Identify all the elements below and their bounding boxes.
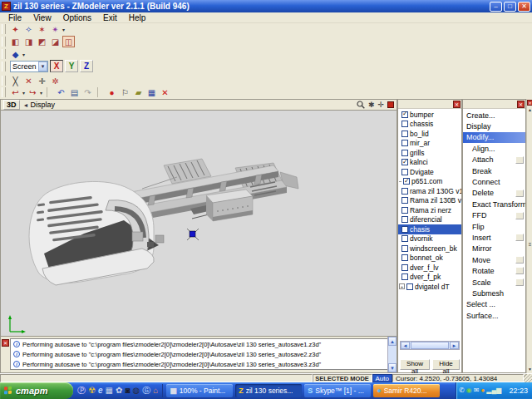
- taskbar-app-skype[interactable]: SSkype™ [1] - ...: [304, 384, 371, 397]
- node-checkbox[interactable]: [401, 188, 408, 195]
- resize-grip[interactable]: [524, 374, 532, 382]
- save-icon[interactable]: ▦: [145, 86, 158, 98]
- record-icon[interactable]: ●: [106, 86, 118, 98]
- select-mode-icon[interactable]: ✴: [49, 23, 62, 35]
- scene-node[interactable]: rama zil 130G v1: [398, 186, 461, 196]
- coord-system-select[interactable]: Screen ▾: [10, 61, 48, 72]
- select-tool-icon[interactable]: ✦: [9, 23, 22, 35]
- taskbar-app-paint[interactable]: ▦100% - Paint...: [166, 384, 233, 397]
- minimize-button[interactable]: –: [490, 2, 502, 12]
- viewport-type-button[interactable]: 3D: [3, 100, 20, 110]
- expand-icon[interactable]: [399, 283, 405, 289]
- show-all-button[interactable]: Show all: [400, 359, 430, 370]
- scroll-up-icon[interactable]: ▲: [388, 337, 397, 346]
- command-item[interactable]: Align...: [463, 143, 525, 154]
- command-option-box[interactable]: [515, 156, 524, 164]
- viewport-3d[interactable]: [0, 111, 397, 336]
- quicklaunch-8-icon[interactable]: Ⓖ: [142, 387, 150, 395]
- delete-icon[interactable]: ✕: [159, 86, 171, 98]
- command-item[interactable]: Exact Transform: [463, 199, 525, 209]
- command-option-box[interactable]: [515, 278, 524, 286]
- command-option-box[interactable]: [515, 212, 524, 219]
- tray-3-icon[interactable]: ✉: [474, 387, 480, 394]
- flag-icon[interactable]: ⚐: [119, 86, 131, 98]
- ie-icon[interactable]: e: [98, 387, 103, 395]
- scene-node[interactable]: dvigatel dT: [398, 282, 461, 292]
- scroll-thumb[interactable]: [411, 342, 449, 349]
- viewport-active-icon[interactable]: [387, 101, 394, 108]
- node-checkbox[interactable]: [401, 264, 408, 271]
- node-checkbox[interactable]: [401, 111, 408, 118]
- node-checkbox[interactable]: [401, 207, 408, 214]
- command-item[interactable]: Modify...: [463, 132, 525, 143]
- scene-node[interactable]: dver_f_lv: [398, 263, 461, 273]
- edges-level-icon[interactable]: ◨: [22, 36, 35, 47]
- tray-2-icon[interactable]: ◉: [466, 387, 472, 394]
- node-checkbox[interactable]: [401, 121, 408, 127]
- redo-icon[interactable]: ↷: [81, 86, 94, 98]
- scene-node[interactable]: grills: [398, 148, 461, 158]
- node-checkbox[interactable]: [401, 273, 408, 280]
- scene-node[interactable]: chasis: [398, 224, 461, 234]
- scene-node[interactable]: Dvigate: [398, 167, 461, 177]
- command-item[interactable]: Insert: [463, 232, 525, 243]
- axis-x-button[interactable]: X: [50, 60, 63, 72]
- node-checkbox[interactable]: [401, 131, 408, 137]
- log-scrollbar[interactable]: ▲ ▼: [387, 337, 397, 372]
- viewport-menu-arrow-icon[interactable]: ◄: [23, 102, 29, 108]
- polygons-level-icon[interactable]: ◩: [36, 36, 48, 47]
- command-item[interactable]: Break: [463, 165, 525, 176]
- node-checkbox[interactable]: [401, 254, 408, 261]
- command-item[interactable]: Display: [463, 121, 525, 131]
- command-item[interactable]: Submesh: [463, 288, 525, 298]
- snap-grid-icon[interactable]: ✛: [36, 75, 48, 86]
- command-option-box[interactable]: [515, 267, 524, 274]
- command-item[interactable]: Create...: [463, 110, 525, 121]
- command-option-box[interactable]: [515, 190, 524, 197]
- scroll-down-icon[interactable]: [527, 367, 532, 372]
- separator[interactable]: [47, 87, 52, 97]
- quicklaunch-2-icon[interactable]: ☢: [88, 387, 96, 395]
- node-checkbox[interactable]: [401, 235, 408, 242]
- quicklaunch-5-icon[interactable]: ✿: [116, 387, 122, 395]
- viewport-view-label[interactable]: Display: [30, 101, 55, 109]
- vertices-level-icon[interactable]: ◧: [9, 36, 22, 47]
- undo-icon[interactable]: ↶: [55, 86, 67, 98]
- command-item[interactable]: Surface...: [463, 310, 525, 321]
- scene-node[interactable]: Rama zi nerz: [398, 205, 461, 215]
- scroll-up-icon[interactable]: [527, 107, 532, 113]
- separator[interactable]: [97, 87, 102, 97]
- close-icon[interactable]: [517, 101, 525, 108]
- quicklaunch-9-icon[interactable]: ⌂: [153, 387, 158, 395]
- taskbar-app-chat[interactable]: ●Samir R420...: [373, 384, 440, 397]
- scroll-marker-icon[interactable]: [527, 242, 532, 247]
- scene-node[interactable]: bonnet_ok: [398, 254, 461, 264]
- 3d-model[interactable]: [1, 111, 397, 336]
- menu-item[interactable]: Options: [57, 13, 97, 22]
- node-checkbox[interactable]: [406, 283, 413, 290]
- node-checkbox[interactable]: [401, 245, 408, 252]
- zoom-icon[interactable]: [357, 101, 365, 109]
- gizmo-tool-icon[interactable]: ◆: [9, 48, 22, 60]
- mixed-level-icon[interactable]: ◫: [62, 36, 75, 47]
- node-checkbox[interactable]: [401, 159, 408, 165]
- close-icon[interactable]: [453, 101, 461, 108]
- close-icon[interactable]: [527, 100, 532, 106]
- scene-node[interactable]: chassis: [398, 120, 461, 130]
- command-item[interactable]: Rotate: [463, 265, 525, 276]
- quicklaunch-6-icon[interactable]: ◙: [125, 387, 130, 395]
- axes-icon[interactable]: ✛: [377, 101, 384, 109]
- scene-node[interactable]: dver_f_pk: [398, 273, 461, 283]
- node-checkbox[interactable]: [401, 226, 408, 233]
- signal-icon[interactable]: ▂▄▆: [486, 387, 501, 394]
- hide-all-button[interactable]: Hide all: [432, 359, 460, 370]
- command-item[interactable]: Delete: [463, 188, 525, 199]
- menu-item[interactable]: Exit: [97, 13, 123, 22]
- tray-1-icon[interactable]: ✆: [459, 387, 465, 394]
- scroll-down-icon[interactable]: ▼: [388, 363, 397, 372]
- axis-z-button[interactable]: Z: [80, 60, 93, 72]
- close-button[interactable]: ✕: [518, 2, 530, 12]
- node-checkbox[interactable]: [401, 216, 408, 223]
- command-item[interactable]: Move: [463, 254, 525, 265]
- scene-node[interactable]: bumper: [398, 110, 461, 120]
